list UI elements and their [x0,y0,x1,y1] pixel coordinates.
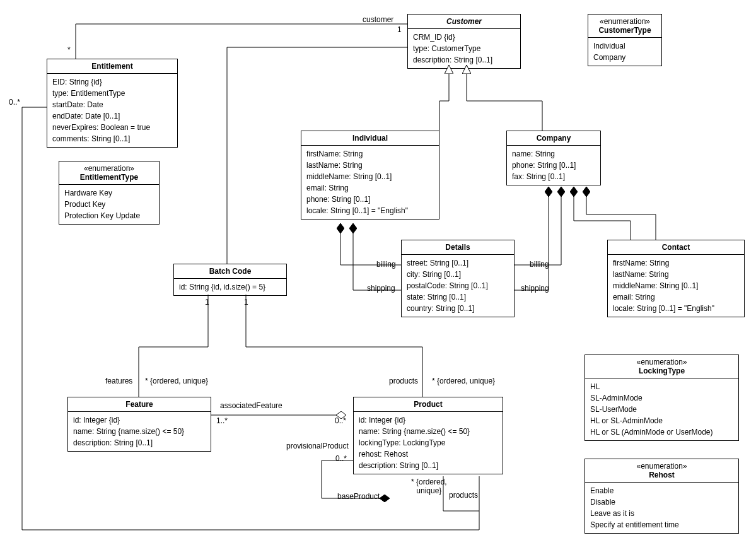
label-shipping-left: shipping [366,284,397,293]
class-body: name: String phone: String [0..1] fax: S… [507,146,600,185]
label-bc-one-right: 1 [243,298,250,307]
label-oneplus: 1..* [215,416,229,425]
enum-lockingtype: «enumeration» LockingType HL SL-AdminMod… [584,355,739,441]
class-body: EID: String {id} type: EntitlementType s… [47,74,177,147]
class-title: Customer [408,15,520,29]
label-entitlement-star: * [66,45,72,54]
class-entitlement: Entitlement EID: String {id} type: Entit… [47,59,178,148]
class-body: HL SL-AdminMode SL-UserMode HL or SL-Adm… [585,378,738,440]
label-products-ordered: * {ordered, unique} [431,377,496,385]
label-customer-one: 1 [396,25,403,34]
class-title: Feature [68,397,211,412]
class-contact: Contact firstName: String lastName: Stri… [607,240,745,317]
class-body: Enable Disable Leave as it is Specify at… [585,483,738,533]
class-title: Individual [301,131,439,146]
label-products: products [388,377,419,385]
class-body: Individual Company [588,38,661,66]
label-products-self-ordered: * {ordered,unique} [410,478,448,496]
class-body: street: String [0..1] city: String [0..1… [402,255,514,317]
label-features: features [104,377,134,385]
label-customer-role: customer [361,15,395,24]
class-title: Company [507,131,600,146]
class-title: «enumeration» CustomerType [588,15,661,38]
class-title: «enumeration» Rehost [585,459,738,483]
class-individual: Individual firstName: String lastName: S… [301,131,439,220]
class-body: CRM_ID {id} type: CustomerType descripti… [408,29,520,68]
class-body: firstName: String lastName: String middl… [608,255,744,317]
label-billing-right: billing [528,260,550,269]
label-zero-star: 0..* [8,98,21,107]
class-title: Contact [608,240,744,255]
class-body: Hardware Key Product Key Protection Key … [59,185,159,224]
class-body: id: String {id, id.size() = 5} [174,279,286,295]
class-batchcode: Batch Code id: String {id, id.size() = 5… [173,264,287,296]
label-provisional: provisionalProduct [285,442,350,450]
class-details: Details street: String [0..1] city: Stri… [401,240,515,317]
label-provisional-zerostar: 0..* [334,454,348,463]
label-shipping-right: shipping [520,284,550,293]
label-baseproduct: baseProduct [336,492,381,501]
class-company: Company name: String phone: String [0..1… [506,131,601,185]
class-body: id: Integer {id} name: String {name.size… [354,412,503,474]
class-body: firstName: String lastName: String middl… [301,146,439,219]
class-title: Product [354,397,503,412]
label-zerostar-agg: 0..* [334,416,347,425]
class-title: Entitlement [47,59,177,74]
enum-entitlementtype: «enumeration» EntitlementType Hardware K… [59,161,160,225]
enum-customertype: «enumeration» CustomerType Individual Co… [588,14,662,66]
class-title: Details [402,240,514,255]
class-customer: Customer CRM_ID {id} type: CustomerType … [407,14,521,69]
label-billing-left: billing [375,260,397,269]
label-products-self: products [448,491,479,500]
class-title: «enumeration» EntitlementType [59,161,159,185]
class-title: «enumeration» LockingType [585,355,738,378]
label-bc-one-left: 1 [204,298,211,307]
label-features-ordered: * {ordered, unique} [144,377,209,385]
class-title: Batch Code [174,264,286,279]
class-product: Product id: Integer {id} name: String {n… [353,397,503,474]
enum-rehost: «enumeration» Rehost Enable Disable Leav… [584,459,739,534]
class-feature: Feature id: Integer {id} name: String {n… [67,397,211,452]
class-body: id: Integer {id} name: String {name.size… [68,412,211,451]
label-associated-feature: associatedFeature [219,401,284,410]
